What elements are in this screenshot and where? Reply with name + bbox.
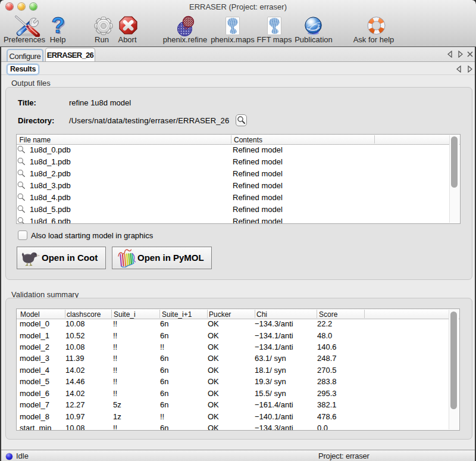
- svg-text:?: ?: [51, 15, 65, 38]
